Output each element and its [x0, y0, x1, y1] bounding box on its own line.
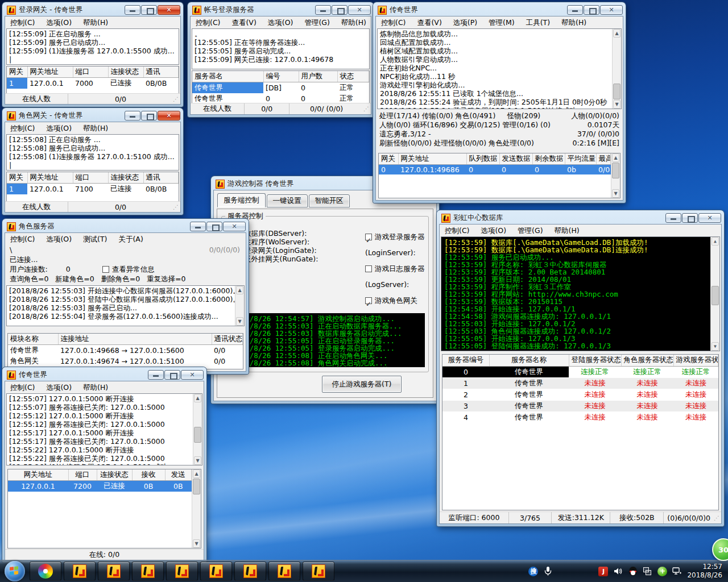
menu-item[interactable]: 帮助(H) [83, 124, 108, 132]
menu-item[interactable]: 控制(C) [10, 383, 35, 392]
close-button[interactable]: ✕ [158, 5, 180, 15]
log-scrollbar[interactable]: ▲▼ [193, 394, 202, 465]
maximize-button[interactable] [141, 111, 157, 120]
network-icon[interactable] [672, 567, 682, 576]
menu-item[interactable]: 控制(C) [10, 18, 35, 27]
menu-item[interactable]: 帮助(H) [341, 18, 366, 27]
table-row[interactable]: 0传奇世界连接正常连接正常连接正常 [442, 367, 718, 378]
menu-item[interactable]: 帮助(H) [83, 18, 108, 27]
titlebar[interactable]: 登录网关 - 传奇世界 ✕ [5, 2, 181, 16]
check-login-server[interactable]: 游戏登录服务器(LoginServer): [365, 229, 428, 261]
titlebar[interactable]: 彩虹中心数据库 ✕ [439, 210, 722, 224]
menu-item[interactable]: 选项(O) [268, 18, 293, 27]
table-header-row[interactable]: 网关网关地址端口 连接状态通讯 [7, 172, 179, 184]
resize-grip[interactable]: ⋰ [363, 106, 371, 112]
menu-item[interactable]: 选项(O) [481, 226, 506, 235]
close-button[interactable]: ✕ [698, 213, 721, 223]
taskbar-button-app-6[interactable] [234, 562, 266, 581]
stop-game-server-button[interactable]: 停止游戏服务器(T) [322, 376, 402, 393]
menu-item[interactable]: 控制(C) [10, 235, 35, 243]
table-scrollbar[interactable]: ▲▼ [192, 469, 201, 548]
360-safety-icon[interactable]: + [657, 567, 667, 576]
log-scrollbar[interactable]: ▲▼ [235, 286, 244, 326]
taskbar-button-app-2[interactable] [98, 562, 130, 581]
minimize-button[interactable] [125, 111, 140, 120]
taskbar-button-app-4[interactable] [166, 562, 198, 581]
tab-onekey-setup[interactable]: 一键设置 [267, 194, 308, 207]
titlebar[interactable]: 角色网关 - 传奇世界 ✕ [5, 108, 181, 122]
table-header-row[interactable]: 服务器编号服务器名称 登陆服务器状态角色服务器状态 游戏服务器状态 [442, 355, 718, 366]
close-button[interactable]: ✕ [223, 222, 246, 231]
minimize-button[interactable] [148, 370, 164, 380]
titlebar[interactable]: 帐号登录服务器 ✕ [190, 2, 371, 16]
minimize-button[interactable] [125, 5, 140, 15]
volume-icon[interactable] [613, 567, 623, 576]
checkbox-unchecked-icon[interactable] [102, 266, 109, 273]
minimize-button[interactable] [190, 222, 206, 231]
table-row[interactable]: 2传奇世界未连接未连接未连接 [442, 389, 718, 401]
close-button[interactable]: ✕ [181, 370, 204, 380]
table-row[interactable]: 3传奇世界未连接未连接未连接 [442, 401, 718, 412]
resize-grip[interactable]: ⋰ [714, 515, 721, 521]
menu-item[interactable]: 控制(C) [196, 18, 220, 27]
taskbar-button-app-7[interactable] [268, 562, 300, 581]
table-header-row[interactable]: 网关地址端口 连接状态接收 发送 [8, 469, 192, 481]
start-button[interactable] [5, 561, 25, 581]
resize-grip[interactable]: ⋰ [173, 204, 180, 210]
menu-item[interactable]: 选项(O) [46, 18, 72, 27]
table-row[interactable]: 4传奇世界未连接未连接未连接 [442, 412, 718, 423]
maximize-button[interactable] [584, 5, 599, 15]
minimize-button[interactable] [665, 213, 681, 223]
maximize-button[interactable] [682, 213, 698, 223]
console-scrollbar[interactable]: ▲▼ [710, 237, 719, 351]
table-scrollbar[interactable]: ▲▼ [611, 153, 620, 198]
maximize-button[interactable] [206, 222, 222, 231]
menu-item[interactable]: 管理(G) [304, 18, 329, 27]
minimize-button[interactable] [315, 5, 331, 15]
table-row[interactable]: 1127.0.0.17100 已连接0B/0B [7, 184, 179, 195]
table-row[interactable]: 1传奇世界未连接未连接未连接 [442, 378, 718, 389]
menu-item[interactable]: 选项(P) [453, 18, 477, 27]
taskbar-button-app-3[interactable] [132, 562, 164, 581]
menu-item[interactable]: 控制(C) [445, 226, 469, 235]
resize-grip[interactable]: ⋰ [173, 96, 180, 102]
log-scrollbar[interactable]: ▲▼ [612, 29, 621, 109]
table-header-row[interactable]: 网关网关地址队列数据 发送数据剩余数据平均流量 最高人数 [379, 153, 611, 165]
tab-smart-open[interactable]: 智能开区 [309, 194, 350, 207]
menu-item[interactable]: 工具(T) [526, 18, 550, 27]
checkbox-checked-icon[interactable] [365, 297, 372, 304]
table-row[interactable]: 127.0.0.17200已连接 0B0B [8, 481, 192, 492]
tab-server-control[interactable]: 服务端控制 [217, 193, 266, 207]
windows-stack-icon[interactable] [643, 567, 652, 576]
taskbar-button-app-5[interactable] [200, 562, 232, 581]
menu-item[interactable]: 帮助(H) [83, 383, 108, 392]
menu-item[interactable]: 选项(O) [46, 383, 72, 392]
ime-icon[interactable]: 搜 [528, 567, 538, 576]
maximize-button[interactable] [141, 5, 157, 15]
menu-item[interactable]: 选项(O) [46, 124, 72, 132]
table-header-row[interactable]: 网关网关地址端口 连接状态通讯 [7, 66, 179, 78]
menu-item[interactable]: 管理(G) [518, 226, 543, 235]
table-row[interactable]: 角色网关127.0.0.1:49674 → 127.0.0.1:51000/0 [8, 356, 243, 367]
qq-icon[interactable] [628, 567, 638, 576]
taskbar-clock[interactable]: 12:57 2018/8/26 [687, 563, 722, 580]
menu-item[interactable]: 查看(V) [231, 18, 256, 27]
microphone-icon[interactable] [543, 567, 553, 576]
menu-item[interactable]: 关于(A) [118, 235, 143, 243]
titlebar[interactable]: 角色服务器 ✕ [5, 219, 246, 232]
view-errors-checkbox[interactable]: 查看异常信息 [102, 265, 155, 273]
menu-item[interactable]: 测试(T) [83, 235, 107, 243]
close-button[interactable]: ✕ [600, 5, 623, 15]
table-row[interactable]: 1127.0.0.17000 已连接0B/0B [7, 78, 179, 89]
checkbox-checked-icon[interactable] [365, 234, 372, 240]
menu-item[interactable]: 帮助(H) [561, 18, 586, 27]
titlebar[interactable]: 传奇世界 ✕ [375, 2, 623, 16]
table-row[interactable]: 传奇世界[DB] 0正常 [192, 82, 369, 94]
taskbar-button-app-8[interactable] [303, 562, 334, 581]
checkbox-unchecked-icon[interactable] [365, 265, 372, 272]
table-row[interactable]: 传奇世界127.0.0.1:49668 → 127.0.0.1:56000/0 [8, 345, 243, 356]
titlebar[interactable]: 传奇世界 ✕ [5, 367, 204, 381]
menu-item[interactable]: 选项(O) [46, 235, 72, 243]
close-button[interactable]: ✕ [158, 111, 180, 120]
menu-item[interactable]: 管理(M) [489, 18, 515, 27]
